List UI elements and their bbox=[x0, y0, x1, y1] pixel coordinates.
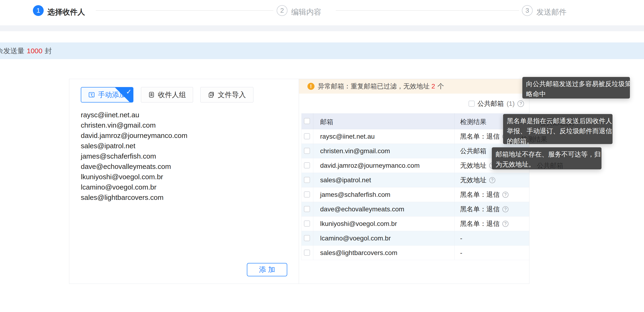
warning-icon: ! bbox=[308, 83, 314, 90]
result-text: 无效地址 bbox=[460, 176, 486, 185]
result-text: 黑名单：退信 bbox=[460, 190, 500, 199]
step-3-indicator: 3 bbox=[522, 5, 533, 16]
text-input-icon bbox=[88, 91, 95, 98]
table-row: lcamino@voegol.com.br - bbox=[302, 231, 529, 246]
column-header-result: 检测结果 bbox=[460, 117, 486, 126]
column-divider bbox=[313, 202, 313, 216]
detection-table: 邮箱 检测结果 raysc@iinet.net.au 黑名单：退信? chris… bbox=[301, 113, 529, 260]
row-checkbox[interactable] bbox=[304, 250, 310, 256]
email-line: sales@lightbarcovers.com bbox=[81, 192, 288, 203]
column-divider bbox=[313, 173, 313, 187]
cell-email: christen.vin@gmail.com bbox=[320, 147, 390, 155]
step-2-label: 编辑内容 bbox=[291, 7, 321, 17]
step-1-label: 选择收件人 bbox=[48, 7, 85, 17]
column-divider bbox=[313, 113, 313, 129]
public-mailbox-help-icon[interactable]: ? bbox=[518, 100, 524, 107]
row-checkbox[interactable] bbox=[304, 133, 310, 139]
header-divider-strip bbox=[0, 25, 644, 31]
table-row: james@schaferfish.com 黑名单：退信? bbox=[302, 187, 529, 202]
column-divider bbox=[454, 231, 455, 245]
column-divider bbox=[454, 173, 455, 187]
result-text: 黑名单：退信 bbox=[460, 219, 500, 228]
row-checkbox[interactable] bbox=[304, 177, 310, 183]
abnormal-mailbox-warning: ! 异常邮箱：重复邮箱已过滤，无效地址2个 bbox=[299, 79, 529, 94]
cell-email: raysc@iinet.net.au bbox=[320, 133, 374, 140]
email-line: lcamino@voegol.com.br bbox=[81, 182, 288, 192]
tooltip-blacklist: 公共邮箱(1) ? 检测结果 黑名单是指在云邮通发送后因收件人 举报、手动退订、… bbox=[503, 114, 612, 144]
result-text: - bbox=[460, 249, 462, 257]
step-3-label: 发送邮件 bbox=[536, 7, 566, 17]
table-row: sales@ipatrol.net 无效地址? bbox=[302, 173, 529, 187]
column-divider bbox=[313, 217, 313, 231]
step-2-indicator: 2 bbox=[277, 5, 288, 16]
tooltip-line: 邮箱地址不存在、服务不可达等，归 bbox=[496, 149, 598, 159]
step-3-number: 3 bbox=[526, 7, 529, 14]
add-button[interactable]: 添 加 bbox=[247, 263, 287, 276]
email-line: dave@echovalleymeats.com bbox=[81, 161, 288, 172]
manual-email-input-area[interactable]: raysc@iinet.net.au christen.vin@gmail.co… bbox=[81, 110, 288, 203]
column-divider bbox=[313, 187, 313, 202]
column-header-email: 邮箱 bbox=[320, 117, 333, 126]
cell-result: - bbox=[460, 246, 462, 260]
column-divider bbox=[454, 246, 455, 260]
quota-suffix: 封 bbox=[45, 47, 52, 55]
column-divider bbox=[313, 158, 313, 173]
column-divider bbox=[454, 113, 455, 129]
row-checkbox[interactable] bbox=[304, 221, 310, 227]
public-mailbox-label: 公共邮箱 bbox=[478, 99, 504, 108]
row-checkbox[interactable] bbox=[304, 148, 310, 154]
tab-file-import[interactable]: 文件导入 bbox=[200, 87, 254, 102]
tooltip-line: 黑名单是指在云邮通发送后因收件人 bbox=[507, 116, 609, 126]
cell-email: sales@ipatrol.net bbox=[320, 176, 371, 184]
row-checkbox[interactable] bbox=[304, 206, 310, 212]
public-mailbox-checkbox[interactable] bbox=[468, 101, 475, 107]
cell-email: sales@lightbarcovers.com bbox=[320, 249, 398, 257]
cell-result: 无效地址? bbox=[460, 173, 495, 187]
tab-recipient-group[interactable]: 收件人组 bbox=[141, 87, 193, 102]
column-divider bbox=[454, 187, 455, 202]
cell-result: 无效地址? bbox=[460, 158, 495, 173]
result-text: - bbox=[460, 235, 462, 242]
panel-divider bbox=[299, 79, 299, 284]
email-line: james@schaferfish.com bbox=[81, 151, 288, 161]
column-divider bbox=[313, 246, 313, 260]
result-help-icon[interactable]: ? bbox=[502, 192, 508, 198]
cell-result: 黑名单：退信? bbox=[460, 202, 508, 217]
warning-count: 2 bbox=[430, 83, 437, 90]
table-header: 邮箱 检测结果 bbox=[302, 113, 529, 129]
result-help-icon[interactable]: ? bbox=[502, 206, 508, 212]
result-help-icon[interactable]: ? bbox=[502, 221, 508, 227]
contact-card-icon bbox=[148, 91, 155, 98]
tooltip-invalid-address: 公共邮箱 邮箱地址不存在、服务不可达等，归 为无效地址。 bbox=[492, 147, 602, 169]
column-divider bbox=[454, 217, 455, 231]
table-row: lkuniyoshi@voegol.com.br 黑名单：退信? bbox=[302, 217, 529, 231]
row-checkbox[interactable] bbox=[304, 235, 310, 241]
table-row: sales@lightbarcovers.com - bbox=[302, 246, 529, 260]
tooltip-line: 向公共邮箱发送过多容易被反垃圾策 bbox=[526, 79, 626, 89]
row-checkbox[interactable] bbox=[304, 162, 310, 168]
result-text: 公共邮箱 bbox=[460, 147, 486, 156]
result-text: 黑名单：退信 bbox=[460, 132, 500, 141]
email-line: sales@ipatrol.net bbox=[81, 141, 288, 151]
quota-prefix: 余发送量 bbox=[0, 47, 24, 55]
email-line: lkuniyoshi@voegol.com.br bbox=[81, 172, 288, 182]
public-mailbox-count: (1) bbox=[506, 100, 514, 107]
quota-count: 1000 bbox=[24, 47, 45, 55]
bulk-mail-wizard-page: 1 选择收件人 2 编辑内容 3 发送邮件 余发送量1000封 手动添加 ✓ 收… bbox=[0, 0, 644, 312]
result-help-icon[interactable]: ? bbox=[489, 177, 495, 183]
column-divider bbox=[313, 144, 313, 158]
column-divider bbox=[313, 231, 313, 245]
step-connector-1 bbox=[96, 10, 274, 11]
column-divider bbox=[313, 129, 313, 144]
row-checkbox[interactable] bbox=[304, 191, 310, 198]
select-all-checkbox[interactable] bbox=[304, 118, 310, 124]
step-1-number: 1 bbox=[36, 7, 40, 14]
tab-manual-add[interactable]: 手动添加 ✓ bbox=[81, 87, 134, 102]
check-icon: ✓ bbox=[126, 88, 132, 96]
table-row: raysc@iinet.net.au 黑名单：退信? bbox=[302, 129, 529, 144]
result-text: 无效地址 bbox=[460, 161, 486, 170]
cell-result: 黑名单：退信? bbox=[460, 217, 508, 231]
tooltip-line: 的邮箱。 bbox=[507, 136, 609, 144]
column-divider bbox=[454, 202, 455, 216]
cell-email: james@schaferfish.com bbox=[320, 191, 390, 198]
